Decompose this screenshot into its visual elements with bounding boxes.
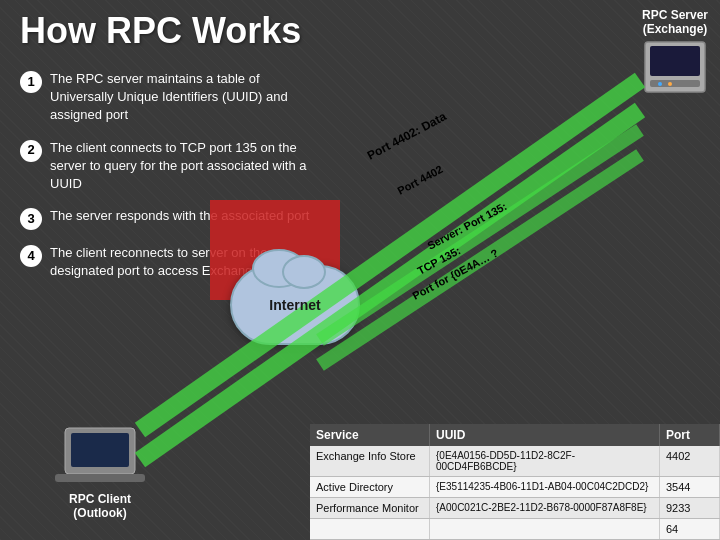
svg-rect-2: [650, 80, 700, 87]
diag-label-port-uuid: Port for {0E4A… ?: [410, 246, 500, 301]
slide: How RPC Works RPC Server (Exchange) 1 Th…: [0, 0, 720, 540]
th-port: Port: [660, 424, 720, 446]
server-icon: [640, 40, 710, 100]
svg-rect-1: [650, 46, 700, 76]
rpc-server-label-line2: (Exchange): [643, 22, 708, 36]
th-uuid: UUID: [430, 424, 660, 446]
td-port-3: 64: [660, 519, 720, 539]
table-row: Active Directory {E35114235-4B06-11D1-AB…: [310, 477, 720, 498]
td-uuid-2: {A00C021C-2BE2-11D2-B678-0000F87A8F8E}: [430, 498, 660, 518]
item-text-2: The client connects to TCP port 135 on t…: [50, 139, 310, 194]
td-service-0: Exchange Info Store: [310, 446, 430, 476]
diag-label-server-port135: Server: Port 135:: [425, 200, 508, 252]
table-header-row: Service UUID Port: [310, 424, 720, 446]
td-uuid-3: [430, 519, 660, 539]
td-uuid-1: {E35114235-4B06-11D1-AB04-00C04C2DCD2}: [430, 477, 660, 497]
num-badge-4: 4: [20, 245, 42, 267]
svg-line-11: [320, 155, 640, 365]
list-item-1: 1 The RPC server maintains a table of Un…: [20, 70, 310, 125]
td-port-1: 3544: [660, 477, 720, 497]
svg-line-10: [320, 130, 640, 340]
num-badge-1: 1: [20, 71, 42, 93]
td-service-2: Performance Monitor: [310, 498, 430, 518]
rpc-client-area: RPC Client (Outlook): [55, 426, 145, 520]
num-badge-2: 2: [20, 140, 42, 162]
td-uuid-0: {0E4A0156-DD5D-11D2-8C2F-00CD4FB6BCDE}: [430, 446, 660, 476]
slide-title: How RPC Works: [20, 10, 301, 52]
list-item-2: 2 The client connects to TCP port 135 on…: [20, 139, 310, 194]
item-text-1: The RPC server maintains a table of Univ…: [50, 70, 310, 125]
svg-point-4: [668, 82, 672, 86]
diag-label-port4402-data: Port 4402: Data: [365, 109, 449, 163]
rpc-server-area: RPC Server (Exchange): [640, 8, 710, 104]
diag-label-tcp135: TCP 135:: [415, 244, 462, 277]
internet-cloud: Internet: [230, 265, 360, 345]
internet-label: Internet: [269, 297, 320, 313]
laptop-icon: [55, 426, 145, 486]
th-service: Service: [310, 424, 430, 446]
table-row: 64: [310, 519, 720, 540]
td-service-3: [310, 519, 430, 539]
rpc-client-label-line1: RPC Client: [69, 492, 131, 506]
rpc-server-label-line1: RPC Server: [642, 8, 708, 22]
svg-point-3: [658, 82, 662, 86]
td-service-1: Active Directory: [310, 477, 430, 497]
table-row: Performance Monitor {A00C021C-2BE2-11D2-…: [310, 498, 720, 519]
svg-rect-7: [55, 474, 145, 482]
svg-rect-6: [71, 433, 129, 467]
table-area: Service UUID Port Exchange Info Store {0…: [310, 424, 720, 540]
td-port-0: 4402: [660, 446, 720, 476]
num-badge-3: 3: [20, 208, 42, 230]
table-row: Exchange Info Store {0E4A0156-DD5D-11D2-…: [310, 446, 720, 477]
diag-label-port4402: Port 4402: [395, 163, 444, 197]
td-port-2: 9233: [660, 498, 720, 518]
rpc-client-label-line2: (Outlook): [73, 506, 126, 520]
